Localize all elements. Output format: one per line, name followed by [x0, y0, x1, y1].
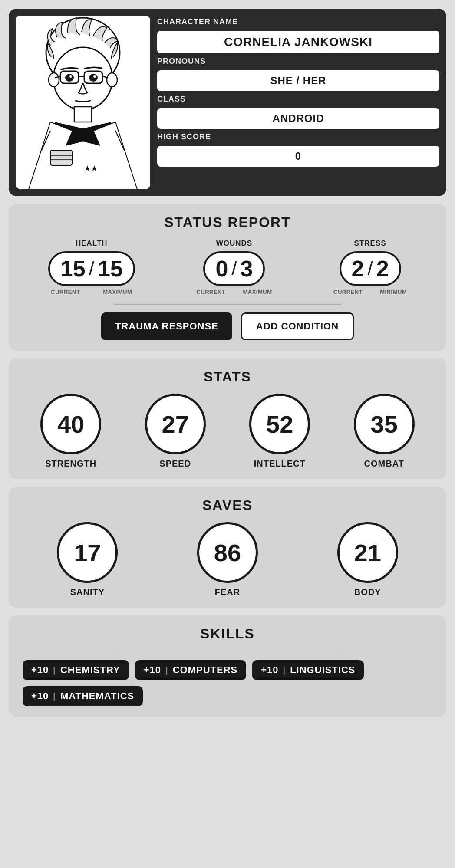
character-card: ★★ CHARACTER NAME CORNELIA JANKOWSKI PRO…	[9, 9, 446, 196]
skill-computers[interactable]: +10 | COMPUTERS	[135, 660, 247, 680]
health-current-label: CURRENT	[51, 289, 80, 295]
stat-label-fear: FEAR	[215, 587, 240, 597]
save-sanity: 17 SANITY	[57, 522, 118, 597]
stat-speed: 27 SPEED	[145, 394, 206, 469]
character-info: CHARACTER NAME CORNELIA JANKOWSKI PRONOU…	[157, 16, 439, 189]
svg-point-11	[89, 74, 98, 82]
wounds-label: WOUNDS	[216, 239, 252, 248]
skill-chemistry[interactable]: +10 | CHEMISTRY	[23, 660, 129, 680]
status-divider	[114, 304, 341, 305]
stress-current: 2	[352, 257, 364, 280]
skill-mathematics-label: MATHEMATICS	[60, 690, 134, 702]
status-title: STATUS REPORT	[21, 214, 434, 230]
stat-circle-body: 21	[337, 522, 398, 583]
skills-title: SKILLS	[21, 626, 434, 642]
stress-min-label: MINIMUM	[380, 289, 407, 295]
stat-intellect: 52 INTELLECT	[249, 394, 310, 469]
svg-text:★★: ★★	[84, 164, 98, 173]
wounds-max-label: MAXIMUM	[243, 289, 272, 295]
skill-chemistry-bonus: +10	[31, 664, 49, 676]
saves-panel: SAVES 17 SANITY 86 FEAR 21 BODY	[9, 487, 446, 608]
portrait-image: ★★	[16, 16, 150, 189]
svg-rect-14	[74, 107, 92, 122]
stats-row: 40 STRENGTH 27 SPEED 52 INTELLECT 35 COM…	[21, 394, 434, 469]
health-sublabels: CURRENT MAXIMUM	[48, 289, 135, 295]
health-max-label: MAXIMUM	[103, 289, 132, 295]
stat-label-sanity: SANITY	[70, 587, 105, 597]
pronouns-value: SHE / HER	[157, 70, 439, 91]
saves-title: SAVES	[21, 497, 434, 513]
health-label: HEALTH	[76, 239, 108, 248]
svg-point-12	[69, 75, 72, 78]
stress-sublabels: CURRENT MINIMUM	[333, 289, 407, 295]
skill-computers-label: COMPUTERS	[173, 664, 238, 676]
stats-panel: STATS 40 STRENGTH 27 SPEED 52 INTELLECT …	[9, 358, 446, 479]
saves-row: 17 SANITY 86 FEAR 21 BODY	[21, 522, 434, 597]
trauma-response-button[interactable]: TRAUMA RESPONSE	[101, 312, 232, 340]
stress-label: STRESS	[354, 239, 386, 248]
character-name-value: CORNELIA JANKOWSKI	[157, 31, 439, 53]
stat-circle-speed: 27	[145, 394, 206, 454]
svg-point-3	[49, 73, 59, 87]
skill-linguistics-label: LINGUISTICS	[290, 664, 355, 676]
stat-combat: 35 COMBAT	[354, 394, 415, 469]
high-score-label: HIGH SCORE	[157, 132, 439, 141]
stats-title: STATS	[21, 369, 434, 385]
health-max: 15	[98, 257, 123, 280]
stat-circle-intellect: 52	[249, 394, 310, 454]
stat-label-combat: COMBAT	[364, 459, 404, 469]
svg-point-4	[107, 73, 117, 87]
stat-circle-combat: 35	[354, 394, 415, 454]
skill-computers-bonus: +10	[144, 664, 161, 676]
add-condition-button[interactable]: ADD CONDITION	[241, 312, 354, 340]
health-current: 15	[60, 257, 86, 280]
class-label: CLASS	[157, 95, 439, 104]
stat-strength: 40 STRENGTH	[40, 394, 101, 469]
stat-circle-fear: 86	[197, 522, 258, 583]
stress-sep: /	[368, 259, 373, 278]
stat-label-speed: SPEED	[159, 459, 191, 469]
health-item: HEALTH 15 / 15 CURRENT MAXIMUM	[48, 239, 135, 295]
status-report-panel: STATUS REPORT HEALTH 15 / 15 CURRENT MAX…	[9, 204, 446, 351]
skills-panel: SKILLS +10 | CHEMISTRY +10 | COMPUTERS +…	[9, 615, 446, 717]
wounds-sublabels: CURRENT MAXIMUM	[196, 289, 272, 295]
wounds-sep: /	[231, 259, 237, 278]
class-value: ANDROID	[157, 108, 439, 129]
skill-mathematics[interactable]: +10 | MATHEMATICS	[23, 686, 143, 706]
stat-label-intellect: INTELLECT	[254, 459, 306, 469]
stat-circle-strength: 40	[40, 394, 101, 454]
wounds-item: WOUNDS 0 / 3 CURRENT MAXIMUM	[196, 239, 272, 295]
high-score-value: 0	[157, 146, 439, 167]
skills-grid: +10 | CHEMISTRY +10 | COMPUTERS +10 | LI…	[21, 660, 434, 706]
save-body: 21 BODY	[337, 522, 398, 597]
health-pill: 15 / 15	[48, 251, 135, 286]
status-buttons: TRAUMA RESPONSE ADD CONDITION	[21, 312, 434, 340]
pronouns-label: PRONOUNS	[157, 57, 439, 66]
stat-circle-sanity: 17	[57, 522, 118, 583]
character-name-label: CHARACTER NAME	[157, 17, 439, 26]
wounds-pill: 0 / 3	[203, 251, 265, 286]
portrait-box: ★★	[16, 16, 150, 189]
status-grid: HEALTH 15 / 15 CURRENT MAXIMUM WOUNDS 0 …	[21, 239, 434, 295]
stress-pill: 2 / 2	[340, 251, 401, 286]
save-fear: 86 FEAR	[197, 522, 258, 597]
svg-rect-15	[50, 150, 72, 165]
svg-point-13	[93, 75, 96, 78]
skill-linguistics[interactable]: +10 | LINGUISTICS	[252, 660, 364, 680]
wounds-current-label: CURRENT	[196, 289, 225, 295]
skill-mathematics-bonus: +10	[31, 690, 49, 702]
health-sep: /	[89, 259, 94, 278]
skill-chemistry-label: CHEMISTRY	[60, 664, 120, 676]
wounds-max: 3	[241, 257, 253, 280]
stat-label-strength: STRENGTH	[45, 459, 96, 469]
stress-item: STRESS 2 / 2 CURRENT MINIMUM	[333, 239, 407, 295]
skill-linguistics-bonus: +10	[261, 664, 278, 676]
wounds-current: 0	[215, 257, 228, 280]
svg-point-10	[65, 74, 74, 82]
skills-divider	[114, 651, 341, 651]
stress-current-label: CURRENT	[333, 289, 363, 295]
stress-min: 2	[376, 257, 389, 280]
stat-label-body: BODY	[354, 587, 381, 597]
